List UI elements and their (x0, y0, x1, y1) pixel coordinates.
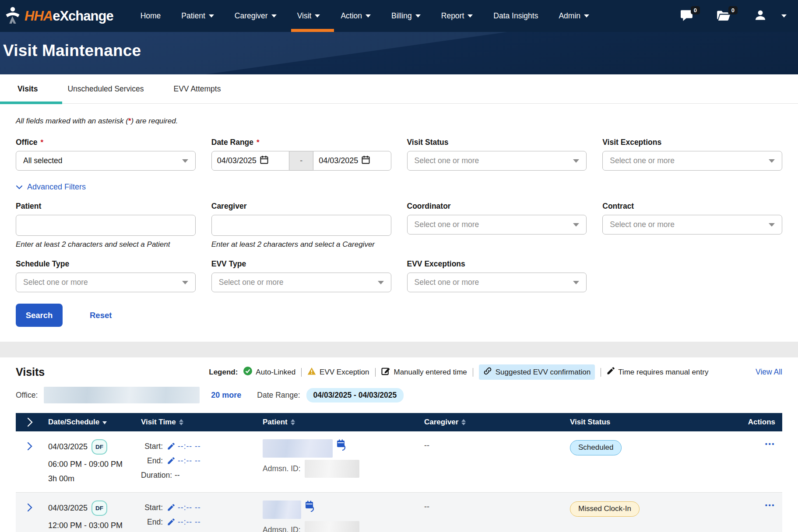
check-circle-icon (243, 367, 252, 378)
legend-label: Legend: (209, 368, 238, 377)
admission-id-redacted (305, 521, 359, 532)
caret-down-icon (573, 159, 579, 163)
advanced-filters-toggle[interactable]: Advanced Filters (16, 182, 86, 192)
visits-section: Visits Legend: Auto-Linked EVV Exception… (0, 357, 798, 532)
caret-down-icon (366, 14, 371, 18)
schedule-type-field: Schedule Type Select one or more (16, 259, 196, 292)
calendar-icon[interactable] (260, 155, 284, 166)
caregiver-cell: -- (420, 500, 566, 532)
filter-actions: Search Reset (16, 304, 782, 327)
caret-down-icon (271, 14, 277, 18)
tab-evv-attempts[interactable]: EVV Attempts (174, 84, 221, 94)
calendar-icon[interactable] (362, 155, 385, 166)
nav-visit[interactable]: Visit (297, 0, 320, 32)
filters-row-3: Schedule Type Select one or more EVV Typ… (16, 259, 782, 292)
date-range-chip: 04/03/2025 - 04/03/2025 (306, 388, 404, 402)
row-actions-button[interactable]: ••• (734, 501, 782, 532)
caregiver-input[interactable] (211, 215, 391, 236)
page-title: Visit Maintenance (0, 32, 798, 60)
expand-row-button[interactable] (27, 442, 32, 492)
tab-unscheduled-services[interactable]: Unscheduled Services (67, 84, 144, 94)
required-fields-note: All fields marked with an asterisk (*) a… (16, 117, 782, 126)
visit-exceptions-label: Visit Exceptions (602, 138, 782, 147)
visit-status-field: Visit Status Select one or more (407, 138, 587, 171)
nav-data-insights[interactable]: Data Insights (493, 0, 538, 32)
search-button[interactable]: Search (16, 304, 63, 327)
sort-icon (291, 419, 295, 425)
col-date-schedule[interactable]: Date/Schedule (44, 418, 137, 427)
patient-input[interactable] (16, 215, 196, 236)
filters-row-2: Patient Enter at least 2 characters and … (16, 202, 782, 249)
view-all-link[interactable]: View All (756, 368, 782, 377)
main-nav: Home Patient Caregiver Visit Action Bill… (141, 0, 589, 32)
legend: Legend: Auto-Linked EVV Exception Manual… (209, 364, 708, 380)
evv-type-select[interactable]: Select one or more (211, 273, 391, 292)
messages-count-badge: 0 (691, 6, 700, 14)
legend-separator (473, 368, 473, 377)
col-patient[interactable]: Patient (258, 418, 420, 427)
nav-home[interactable]: Home (141, 0, 161, 32)
caret-down-icon (209, 14, 214, 18)
visit-exceptions-select[interactable]: Select one or more (602, 151, 782, 171)
visits-table: Date/Schedule Visit Time Patient Caregiv… (16, 413, 782, 532)
calendar-sync-icon[interactable] (305, 500, 315, 514)
nav-admin[interactable]: Admin (559, 0, 589, 32)
active-tab-underline (0, 102, 62, 104)
user-icon (754, 9, 766, 23)
more-offices-link[interactable]: 20 more (211, 391, 241, 400)
filters-row-1: Office* All selected Date Range* 04/03/2… (16, 138, 782, 171)
date-to-input[interactable]: 04/03/2025 (313, 151, 391, 171)
col-caregiver[interactable]: Caregiver (420, 418, 566, 427)
date-range-summary-label: Date Range: (257, 391, 300, 400)
edit-start-time-button[interactable] (167, 504, 175, 511)
date-range-separator: - (289, 151, 313, 171)
nav-patient[interactable]: Patient (181, 0, 214, 32)
patient-name-redacted (263, 439, 333, 458)
cases-button[interactable]: 0 (717, 10, 731, 23)
edit-start-time-button[interactable] (167, 443, 175, 450)
chevron-down-icon (16, 182, 23, 192)
col-actions: Actions (734, 418, 782, 427)
sort-icon (179, 419, 183, 425)
expand-all-button[interactable] (16, 417, 44, 427)
visit-row: 04/03/2025DF 06:00 PM - 09:00 PM 3h 00m … (16, 431, 782, 493)
nav-utilities: 0 0 (681, 9, 787, 23)
evv-exceptions-select[interactable]: Select one or more (407, 273, 587, 292)
visit-status-label: Visit Status (407, 138, 587, 147)
calendar-sync-icon[interactable] (336, 439, 347, 452)
schedule-type-select[interactable]: Select one or more (16, 273, 196, 292)
caregiver-field: Caregiver Enter at least 2 characters an… (211, 202, 391, 249)
logo-text: HHAeXchange (25, 8, 113, 24)
evv-type-field: EVV Type Select one or more (211, 259, 391, 292)
edit-end-time-button[interactable] (167, 518, 175, 526)
user-menu[interactable] (754, 9, 787, 23)
nav-billing[interactable]: Billing (391, 0, 421, 32)
messages-button[interactable]: 0 (681, 10, 693, 23)
pencil-icon (607, 367, 615, 377)
tab-visits[interactable]: Visits (18, 84, 38, 94)
caret-down-icon (769, 223, 775, 227)
patient-cell: Admsn. ID: (258, 439, 420, 492)
visit-status-select[interactable]: Select one or more (407, 151, 587, 171)
nav-caregiver[interactable]: Caregiver (235, 0, 277, 32)
date-from-input[interactable]: 04/03/2025 (211, 151, 289, 171)
visit-time-cell: Start:--:-- -- End:--:-- -- Duration:-- (137, 439, 258, 492)
visit-row: 04/03/2025DF 12:00 PM - 03:00 PM 3h 00m … (16, 493, 782, 532)
caret-down-icon (468, 14, 473, 18)
coordinator-select[interactable]: Select one or more (407, 215, 587, 234)
visits-table-header: Date/Schedule Visit Time Patient Caregiv… (16, 413, 782, 431)
edit-box-icon (381, 367, 390, 378)
col-visit-time[interactable]: Visit Time (137, 418, 258, 427)
reset-button[interactable]: Reset (90, 311, 112, 320)
contract-select[interactable]: Select one or more (602, 215, 782, 234)
visits-header: Visits Legend: Auto-Linked EVV Exception… (16, 364, 782, 380)
edit-end-time-button[interactable] (167, 457, 175, 465)
row-actions-button[interactable]: ••• (734, 440, 782, 492)
expand-row-button[interactable] (27, 503, 32, 532)
nav-action[interactable]: Action (341, 0, 371, 32)
nav-report[interactable]: Report (441, 0, 473, 32)
legend-manual-entry: Time requires manual entry (607, 367, 708, 377)
office-select[interactable]: All selected (16, 151, 196, 171)
caregiver-helper-text: Enter at least 2 characters and select a… (211, 240, 391, 249)
hhaexchange-logo[interactable]: HHAeXchange (4, 6, 113, 27)
